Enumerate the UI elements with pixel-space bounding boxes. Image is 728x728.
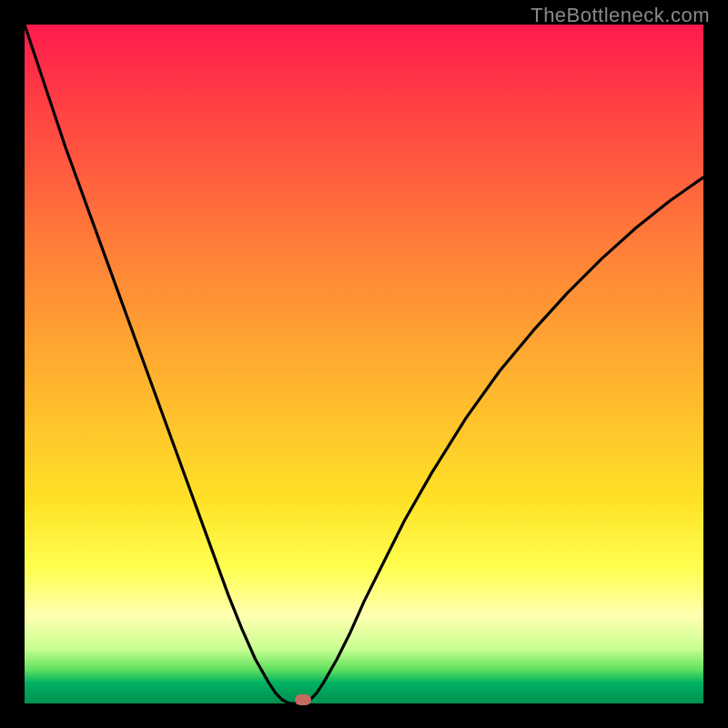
- bottleneck-curve: [25, 25, 703, 703]
- optimal-point-marker: [295, 694, 311, 705]
- chart-frame: TheBottleneck.com: [0, 0, 728, 728]
- watermark-text: TheBottleneck.com: [531, 4, 710, 27]
- curve-path: [25, 25, 703, 703]
